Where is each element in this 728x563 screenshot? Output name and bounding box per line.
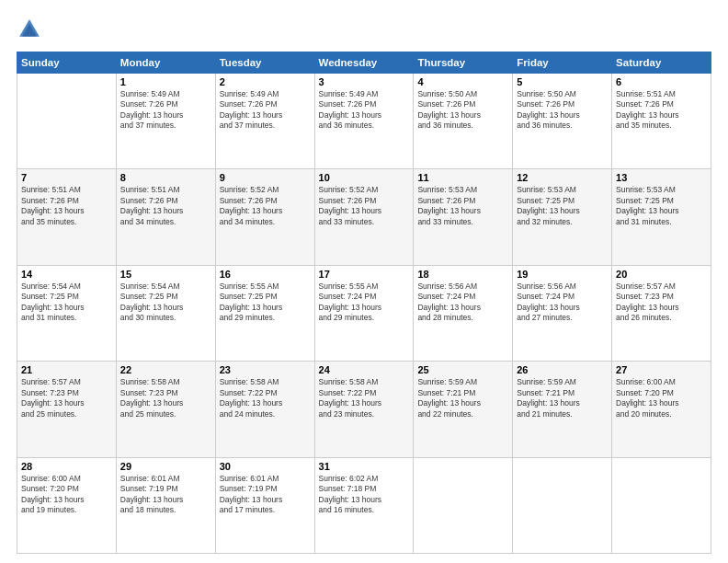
day-info: Sunrise: 5:54 AM Sunset: 7:25 PM Dayligh…: [120, 282, 211, 324]
day-info: Sunrise: 5:59 AM Sunset: 7:21 PM Dayligh…: [417, 377, 508, 419]
calendar-table: SundayMondayTuesdayWednesdayThursdayFrid…: [17, 52, 711, 554]
calendar-cell: 1Sunrise: 5:49 AM Sunset: 7:26 PM Daylig…: [116, 74, 215, 169]
page: SundayMondayTuesdayWednesdayThursdayFrid…: [0, 0, 728, 563]
weekday-header-sunday: Sunday: [17, 52, 117, 74]
day-info: Sunrise: 5:51 AM Sunset: 7:26 PM Dayligh…: [120, 185, 211, 227]
calendar-cell: 29Sunrise: 6:01 AM Sunset: 7:19 PM Dayli…: [116, 457, 215, 553]
day-info: Sunrise: 5:57 AM Sunset: 7:23 PM Dayligh…: [21, 377, 112, 419]
calendar-cell: 15Sunrise: 5:54 AM Sunset: 7:25 PM Dayli…: [116, 265, 215, 361]
day-number: 6: [616, 76, 707, 87]
day-number: 23: [220, 364, 311, 375]
day-info: Sunrise: 6:01 AM Sunset: 7:19 PM Dayligh…: [220, 474, 311, 516]
day-info: Sunrise: 5:51 AM Sunset: 7:26 PM Dayligh…: [616, 89, 707, 132]
day-info: Sunrise: 5:53 AM Sunset: 7:25 PM Dayligh…: [517, 185, 608, 227]
day-info: Sunrise: 5:49 AM Sunset: 7:26 PM Dayligh…: [220, 89, 311, 132]
day-number: 16: [220, 269, 311, 280]
calendar-cell: [612, 457, 711, 553]
weekday-header-row: SundayMondayTuesdayWednesdayThursdayFrid…: [17, 52, 711, 74]
calendar-cell: [513, 457, 612, 553]
day-number: 29: [120, 461, 211, 472]
day-number: 25: [417, 364, 508, 375]
day-info: Sunrise: 5:57 AM Sunset: 7:23 PM Dayligh…: [616, 282, 707, 324]
calendar-cell: 24Sunrise: 5:58 AM Sunset: 7:22 PM Dayli…: [314, 362, 414, 457]
day-number: 19: [517, 269, 608, 280]
calendar-cell: 11Sunrise: 5:53 AM Sunset: 7:26 PM Dayli…: [414, 169, 513, 265]
day-number: 28: [21, 461, 112, 472]
logo-icon: [17, 17, 42, 42]
calendar-cell: 6Sunrise: 5:51 AM Sunset: 7:26 PM Daylig…: [612, 74, 711, 169]
day-number: 18: [417, 269, 508, 280]
day-info: Sunrise: 5:49 AM Sunset: 7:26 PM Dayligh…: [120, 89, 211, 132]
week-row-4: 21Sunrise: 5:57 AM Sunset: 7:23 PM Dayli…: [17, 362, 711, 457]
day-info: Sunrise: 5:58 AM Sunset: 7:22 PM Dayligh…: [319, 377, 410, 419]
calendar-cell: 8Sunrise: 5:51 AM Sunset: 7:26 PM Daylig…: [116, 169, 215, 265]
calendar-cell: 28Sunrise: 6:00 AM Sunset: 7:20 PM Dayli…: [17, 457, 117, 553]
day-info: Sunrise: 6:01 AM Sunset: 7:19 PM Dayligh…: [120, 474, 211, 516]
day-number: 31: [319, 461, 410, 472]
calendar-cell: 23Sunrise: 5:58 AM Sunset: 7:22 PM Dayli…: [215, 362, 314, 457]
day-info: Sunrise: 5:51 AM Sunset: 7:26 PM Dayligh…: [21, 185, 112, 227]
day-info: Sunrise: 5:52 AM Sunset: 7:26 PM Dayligh…: [319, 185, 410, 227]
day-number: 12: [517, 172, 608, 183]
day-number: 1: [120, 76, 211, 87]
calendar-cell: 16Sunrise: 5:55 AM Sunset: 7:25 PM Dayli…: [215, 265, 314, 361]
calendar-cell: 12Sunrise: 5:53 AM Sunset: 7:25 PM Dayli…: [513, 169, 612, 265]
calendar-cell: 18Sunrise: 5:56 AM Sunset: 7:24 PM Dayli…: [414, 265, 513, 361]
day-number: 30: [220, 461, 311, 472]
day-info: Sunrise: 5:58 AM Sunset: 7:23 PM Dayligh…: [120, 377, 211, 419]
calendar-cell: 21Sunrise: 5:57 AM Sunset: 7:23 PM Dayli…: [17, 362, 117, 457]
calendar-cell: 5Sunrise: 5:50 AM Sunset: 7:26 PM Daylig…: [513, 74, 612, 169]
day-info: Sunrise: 5:56 AM Sunset: 7:24 PM Dayligh…: [417, 282, 508, 324]
day-info: Sunrise: 6:00 AM Sunset: 7:20 PM Dayligh…: [21, 474, 112, 516]
calendar-cell: 3Sunrise: 5:49 AM Sunset: 7:26 PM Daylig…: [314, 74, 414, 169]
weekday-header-monday: Monday: [116, 52, 215, 74]
calendar-cell: [414, 457, 513, 553]
day-number: 14: [21, 269, 112, 280]
week-row-1: 1Sunrise: 5:49 AM Sunset: 7:26 PM Daylig…: [17, 74, 711, 169]
day-number: 7: [21, 172, 112, 183]
weekday-header-friday: Friday: [513, 52, 612, 74]
day-info: Sunrise: 5:53 AM Sunset: 7:25 PM Dayligh…: [616, 185, 707, 227]
day-number: 2: [220, 76, 311, 87]
day-info: Sunrise: 5:50 AM Sunset: 7:26 PM Dayligh…: [417, 89, 508, 132]
calendar-cell: 4Sunrise: 5:50 AM Sunset: 7:26 PM Daylig…: [414, 74, 513, 169]
weekday-header-thursday: Thursday: [414, 52, 513, 74]
calendar-cell: 14Sunrise: 5:54 AM Sunset: 7:25 PM Dayli…: [17, 265, 117, 361]
calendar-cell: 20Sunrise: 5:57 AM Sunset: 7:23 PM Dayli…: [612, 265, 711, 361]
week-row-2: 7Sunrise: 5:51 AM Sunset: 7:26 PM Daylig…: [17, 169, 711, 265]
day-number: 15: [120, 269, 211, 280]
day-number: 9: [220, 172, 311, 183]
day-number: 20: [616, 269, 707, 280]
weekday-header-wednesday: Wednesday: [314, 52, 414, 74]
calendar-cell: 30Sunrise: 6:01 AM Sunset: 7:19 PM Dayli…: [215, 457, 314, 553]
calendar-cell: 2Sunrise: 5:49 AM Sunset: 7:26 PM Daylig…: [215, 74, 314, 169]
calendar-cell: [17, 74, 117, 169]
calendar-cell: 10Sunrise: 5:52 AM Sunset: 7:26 PM Dayli…: [314, 169, 414, 265]
day-info: Sunrise: 5:55 AM Sunset: 7:25 PM Dayligh…: [220, 282, 311, 324]
calendar-cell: 7Sunrise: 5:51 AM Sunset: 7:26 PM Daylig…: [17, 169, 117, 265]
week-row-5: 28Sunrise: 6:00 AM Sunset: 7:20 PM Dayli…: [17, 457, 711, 553]
calendar-cell: 31Sunrise: 6:02 AM Sunset: 7:18 PM Dayli…: [314, 457, 414, 553]
day-info: Sunrise: 5:49 AM Sunset: 7:26 PM Dayligh…: [319, 89, 410, 132]
calendar-cell: 26Sunrise: 5:59 AM Sunset: 7:21 PM Dayli…: [513, 362, 612, 457]
header: [17, 17, 711, 42]
day-info: Sunrise: 5:54 AM Sunset: 7:25 PM Dayligh…: [21, 282, 112, 324]
day-info: Sunrise: 5:50 AM Sunset: 7:26 PM Dayligh…: [517, 89, 608, 132]
week-row-3: 14Sunrise: 5:54 AM Sunset: 7:25 PM Dayli…: [17, 265, 711, 361]
day-number: 8: [120, 172, 211, 183]
day-number: 22: [120, 364, 211, 375]
calendar-cell: 25Sunrise: 5:59 AM Sunset: 7:21 PM Dayli…: [414, 362, 513, 457]
calendar-cell: 13Sunrise: 5:53 AM Sunset: 7:25 PM Dayli…: [612, 169, 711, 265]
weekday-header-tuesday: Tuesday: [215, 52, 314, 74]
logo: [17, 17, 46, 42]
day-number: 13: [616, 172, 707, 183]
day-number: 27: [616, 364, 707, 375]
day-info: Sunrise: 5:58 AM Sunset: 7:22 PM Dayligh…: [220, 377, 311, 419]
calendar-cell: 19Sunrise: 5:56 AM Sunset: 7:24 PM Dayli…: [513, 265, 612, 361]
calendar-cell: 9Sunrise: 5:52 AM Sunset: 7:26 PM Daylig…: [215, 169, 314, 265]
day-info: Sunrise: 5:55 AM Sunset: 7:24 PM Dayligh…: [319, 282, 410, 324]
day-number: 4: [417, 76, 508, 87]
day-info: Sunrise: 5:56 AM Sunset: 7:24 PM Dayligh…: [517, 282, 608, 324]
day-number: 24: [319, 364, 410, 375]
day-number: 26: [517, 364, 608, 375]
